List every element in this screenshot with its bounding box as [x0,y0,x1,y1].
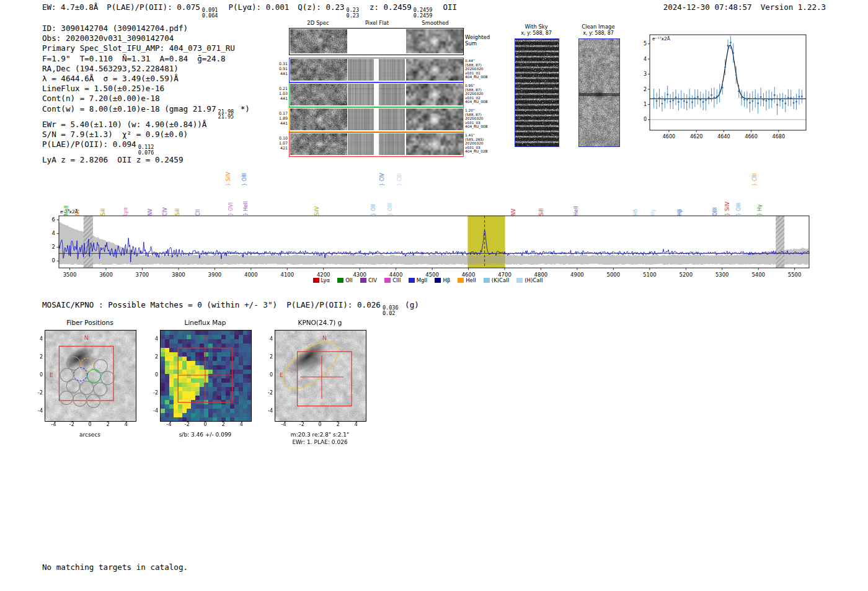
svg-text:0: 0 [52,257,55,264]
info-id: ID: 3090142704 (3090142704.pdf) [42,24,250,33]
emission-line-label: } OIII [242,173,247,186]
catalog-note-1: No matching targets in catalog. [42,562,188,572]
emission-line-label: } CIII [397,174,402,186]
y-tick-label: 0 [150,372,158,378]
detection-info-block: ID: 3090142704 (3090142704.pdf) Obs: 202… [42,24,250,165]
y-tick-label: 4 [150,336,158,342]
legend-swatch [360,278,366,283]
x-tick-label: -4 [48,422,60,427]
smoothed-image [406,133,463,155]
fiber-positions-title: Fiber Positions [45,319,135,326]
kpno-mag-caption: m:20.3 re:2.8" s:2.1" [265,432,375,438]
info-lineflux: LineFlux = 1.50(±0.25)e-16 [42,84,250,94]
emission-line-label: } SiIV [226,172,231,186]
emission-line-label: } CIII [752,174,758,186]
ccd-image-panels: With Sky x, y: 588, 87 Clean Image x, y:… [508,24,642,154]
info-wavelength: λ = 4644.6Å σ = 3.49(±0.59)Å [42,74,250,84]
svg-text:4680: 4680 [773,134,785,140]
spec2d-row-right-labels: 1.20"(588, 87)20200320v031_03404_RU_00B [465,109,497,129]
legend-swatch [409,278,415,283]
spec2d-row [289,107,464,132]
svg-text:4640: 4640 [717,134,730,140]
lineflux-map-panel: Lineflux Map N -4-2024420-2-4 s/b: 3.46 … [150,315,260,448]
header-summary: EW: 4.7±0.8ÅP(LAE)/P(OII): 0.0750.0910.0… [42,2,466,18]
fiber-circle [67,357,81,370]
y-tick-label: 4 [265,336,273,342]
spec2d-image [290,109,347,130]
legend-item: CIII [384,277,401,283]
x-tick-label: -2 [181,422,193,427]
legend-swatch [516,278,523,283]
smoothed-image [406,109,463,130]
svg-text:e⁻¹⁷x2Å: e⁻¹⁷x2Å [60,209,79,215]
svg-text:4: 4 [52,230,55,236]
y-tick-label: -2 [265,390,273,396]
legend-item: OII [337,277,353,283]
legend-label: HeII [466,277,476,283]
x-tick-label: -4 [278,422,290,427]
svg-text:0: 0 [644,117,647,122]
fiber-circle [94,383,107,396]
spec2d-row [289,28,464,55]
north-marker: N [203,335,208,341]
x-tick-label: 4 [350,422,362,427]
x-tick-label: 4 [120,422,132,427]
y-tick-label: -4 [150,408,158,414]
with-sky-coords: x, y: 588, 87 [508,30,564,36]
spec2d-row-right-labels: 0.44"(588, 87)20200320v031_01404_RU_00B [465,59,497,79]
spec2d-column-title: 2D Spec [290,20,346,26]
lineflux-map-title: Lineflux Map [160,319,250,326]
fitted-line-inset-plot: 46004620464046604680012345e⁻¹⁷x2Å [639,30,813,146]
svg-text:6: 6 [52,216,55,223]
pixel-flat-image [348,109,405,130]
legend-swatch [313,278,319,283]
svg-text:2: 2 [644,87,647,92]
y-tick-label: 2 [265,354,273,360]
legend-item: (H)CaII [516,277,542,283]
pixel-flat-image [348,133,405,155]
pixel-flat-image [348,84,405,105]
ew-value: EW: 4.7±0.8Å [42,2,98,12]
legend-label: (K)CaII [492,277,509,283]
spec2d-row-right-labels: 1.41"(585, 265)20200320v031_03404_RU_02B [465,133,497,154]
fiber-positions-overlay: NE [45,330,136,422]
with-sky-title: With Sky [508,24,564,30]
svg-text:4: 4 [644,56,647,62]
spec2d-row-left-labels: 0.211.03441 [275,86,288,100]
mosaic-plae-range: 0.0360.02 [383,305,399,316]
legend-label: (H)CaII [525,277,542,283]
svg-text:4660: 4660 [745,134,757,140]
clean-image-title: Clean Image [574,24,623,30]
info-seeing: F=1.9" T=0.110 N̄=1.31 A=0.84 ḡ=24.8 [42,54,250,64]
smoothed-image [406,84,463,105]
x-tick-label: -4 [163,422,175,427]
svg-text:3: 3 [644,71,647,77]
fiber-circle [87,394,100,408]
timestamp: 2024-12-30 07:48:57 [663,2,752,12]
y-tick-label: -4 [35,408,43,414]
y-tick-label: 0 [35,372,43,378]
svg-text:2: 2 [52,244,55,250]
x-tick-label: 0 [314,422,326,427]
fiber-circle [87,370,101,383]
elixer-report-page: EW: 4.7±0.8ÅP(LAE)/P(OII): 0.0750.0910.0… [0,0,868,591]
spec2d-row-left-labels: 0.101.07421 [275,136,288,150]
clean-image [578,38,620,147]
spec2d-image [290,84,347,105]
svg-text:5: 5 [644,41,647,47]
fiber-circle [60,391,73,405]
legend-label: OII [345,277,353,283]
smoothed-image [406,29,463,53]
fiber-circle [66,380,80,393]
z-value: z: 0.24590.24590.2459 [370,2,434,12]
legend-label: CIV [368,277,377,283]
pixel-flat-image [348,59,405,81]
version-label: Version 1.22.3 [761,2,826,12]
emission-line-labels: MgIINVSiIILyαNVCIVSiIICII} SiIV} OIII} O… [37,158,818,216]
x-tick-label: 4 [235,422,247,427]
info-radec: RA,Dec (194.563293,52.228481) [42,64,250,74]
catalog-notes: No matching targets in catalog. Row inte… [42,543,188,591]
spec2d-row-right-labels: 0.95"(588, 87)20200320v031_02404_RU_00B [465,84,497,104]
qz-range: 0.230.23 [347,7,359,18]
legend-label: Lyα [321,277,330,283]
